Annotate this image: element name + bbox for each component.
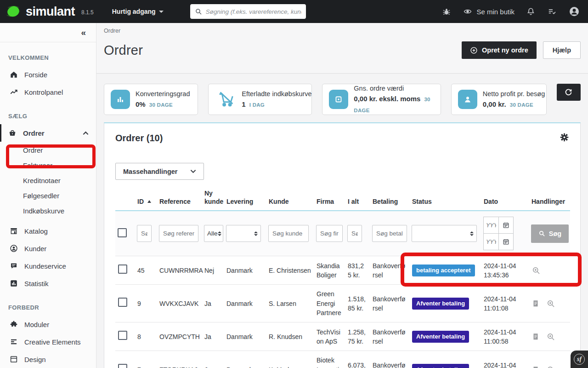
invoice-button[interactable] <box>531 365 540 368</box>
view-shop-button[interactable]: Se min butik <box>463 7 514 16</box>
sidebar-collapse-button[interactable]: « <box>81 28 86 38</box>
sidebar-item-kontrolpanel[interactable]: Kontrolpanel <box>0 83 96 101</box>
col-customer[interactable]: Kunde <box>266 186 314 211</box>
filter-reference-input[interactable] <box>159 225 198 242</box>
main-content: Ordrer Ordrer Opret ny ordre Hjælp <box>96 23 588 368</box>
order-row[interactable]: 45 CUWNRRMRA Nej Danmark E. Christensen … <box>115 256 570 285</box>
order-row[interactable]: 8 OVZMPCYTH Ja Danmark R. Knudsen TechVi… <box>115 322 570 351</box>
invoice-button[interactable] <box>531 332 540 341</box>
grid-settings-button[interactable] <box>560 132 569 144</box>
filter-total-input[interactable] <box>347 225 362 242</box>
col-date[interactable]: Dato <box>481 186 529 211</box>
sidebar-item-label: Kundeservice <box>24 262 66 270</box>
col-id[interactable]: ID <box>135 186 157 211</box>
submenu-item-kreditnotaer[interactable]: Kreditnotaer <box>0 173 96 188</box>
row-checkbox[interactable] <box>118 331 127 340</box>
gear-icon <box>560 132 569 142</box>
sidebar-item-katalog[interactable]: Katalog <box>0 222 96 240</box>
order-reference: ZTORXRKAJ <box>157 351 202 368</box>
sidebar-item-design[interactable]: Design <box>0 351 96 368</box>
activity-log-button[interactable] <box>547 7 557 16</box>
kpi-value: 0,00 kr. ekskl. moms <box>354 95 420 103</box>
submenu-item-folgesedler[interactable]: Følgesedler <box>0 188 96 203</box>
global-search <box>190 4 306 19</box>
debug-mode-button[interactable] <box>442 7 451 16</box>
col-status[interactable]: Status <box>409 186 481 211</box>
calendar-button[interactable] <box>498 217 514 234</box>
submenu-item-indkobskurve[interactable]: Indkøbskurve <box>0 203 96 218</box>
kpi-average-order-value[interactable]: Gns. ordre værdi 0,00 kr. ekskl. moms30 … <box>322 84 441 115</box>
view-order-button[interactable] <box>531 266 541 275</box>
kpi-refresh-button[interactable] <box>557 84 581 101</box>
plus-circle-icon <box>470 46 478 54</box>
invoice-button[interactable] <box>531 299 540 308</box>
select-all-checkbox[interactable] <box>118 228 127 237</box>
quick-access-menu[interactable]: Hurtig adgang <box>112 8 164 15</box>
bulk-actions-dropdown[interactable]: Massehandlinger <box>115 163 204 180</box>
orders-table: ID Reference Ny kunde Levering Kunde Fir… <box>115 186 570 368</box>
filter-payment-input[interactable] <box>372 225 407 242</box>
sidebar-item-label: Kunder <box>24 245 46 253</box>
order-row[interactable]: 9 WVKXCJAVK Ja Danmark S. Larsen Green E… <box>115 285 570 322</box>
col-checkbox <box>115 186 135 211</box>
calendar-icon <box>503 222 509 229</box>
account-menu-button[interactable] <box>569 6 580 17</box>
notifications-button[interactable] <box>526 7 535 16</box>
row-checkbox[interactable] <box>118 364 127 368</box>
filter-date-from-input[interactable] <box>483 217 499 234</box>
help-button[interactable]: Hjælp <box>543 41 581 59</box>
filter-id-input[interactable] <box>137 225 152 242</box>
filter-date-to-input[interactable] <box>483 233 499 250</box>
order-delivery: Danmark <box>224 285 266 322</box>
sidebar-item-kunder[interactable]: Kunder <box>0 240 96 257</box>
sidebar-item-ordrer[interactable]: Ordrer <box>0 124 96 142</box>
kpi-net-profit-per-visit[interactable]: Netto profit pr. besøg 0,00 kr.30 DAGE <box>451 84 547 115</box>
kpi-conversion-rate[interactable]: Konverteringsgrad 0%30 DAGE <box>104 84 198 115</box>
col-delivery[interactable]: Levering <box>224 186 266 211</box>
filter-search-button[interactable]: Søg <box>531 224 569 243</box>
row-checkbox[interactable] <box>118 298 127 307</box>
view-order-button[interactable] <box>546 365 555 368</box>
search-input[interactable] <box>206 8 301 15</box>
order-customer: S. Larsen <box>266 285 314 322</box>
filter-customer-input[interactable] <box>268 225 309 242</box>
sidebar-item-kundeservice[interactable]: Kundeservice <box>0 257 96 275</box>
col-company[interactable]: Firma <box>314 186 345 211</box>
symfony-debug-toolbar[interactable]: sf <box>571 351 588 368</box>
status-badge: Afventer betaling <box>412 298 469 310</box>
filter-status-select[interactable] <box>412 225 477 242</box>
calendar-button[interactable] <box>498 233 514 250</box>
bar-chart-icon <box>10 279 18 288</box>
sidebar-item-forside[interactable]: Forside <box>0 66 96 83</box>
layout-icon <box>10 355 18 363</box>
col-reference[interactable]: Reference <box>157 186 202 211</box>
row-checkbox[interactable] <box>118 264 127 274</box>
sidebar-item-moduler[interactable]: Moduler <box>0 316 96 333</box>
submenu-item-fakturaer[interactable]: Fakturaer <box>0 158 96 173</box>
view-order-button[interactable] <box>546 332 555 341</box>
status-badge: Afventer betaling <box>412 331 469 343</box>
orders-panel: Ordrer (10) <box>104 122 581 368</box>
filter-new-customer-value: Alle <box>207 230 218 237</box>
sidebar-item-label: Creative Elements <box>24 338 81 346</box>
kpi-abandoned-carts[interactable]: Efterladte indkøbskurve 1I DAG <box>208 84 312 115</box>
sidebar-item-statistik[interactable]: Statistik <box>0 275 96 292</box>
brand-logo[interactable]: simulant <box>5 5 75 19</box>
sort-asc-icon <box>147 200 151 203</box>
create-order-button[interactable]: Opret ny ordre <box>462 41 537 59</box>
order-row[interactable]: 7 ZTORXRKAJ Ja Danmark K. Madsen Biotek … <box>115 351 570 368</box>
filter-delivery-select[interactable] <box>226 225 261 242</box>
sidebar-item-creative-elements[interactable]: Creative Elements <box>0 333 96 351</box>
view-order-button[interactable] <box>546 299 555 308</box>
order-id: 7 <box>135 351 157 368</box>
store-icon <box>10 227 18 235</box>
col-total[interactable]: I alt <box>345 186 370 211</box>
sidebar-header: « <box>0 23 96 42</box>
submenu-item-ordrer[interactable]: Ordrer <box>0 143 96 158</box>
filter-new-customer-select[interactable]: Alle <box>204 225 223 242</box>
col-payment[interactable]: Betaling <box>370 186 409 211</box>
view-shop-label: Se min butik <box>476 8 514 16</box>
col-new-customer[interactable]: Ny kunde <box>202 186 224 211</box>
order-date: 2024-11-04 13:45:36 <box>481 256 529 285</box>
filter-company-input[interactable] <box>316 225 343 242</box>
